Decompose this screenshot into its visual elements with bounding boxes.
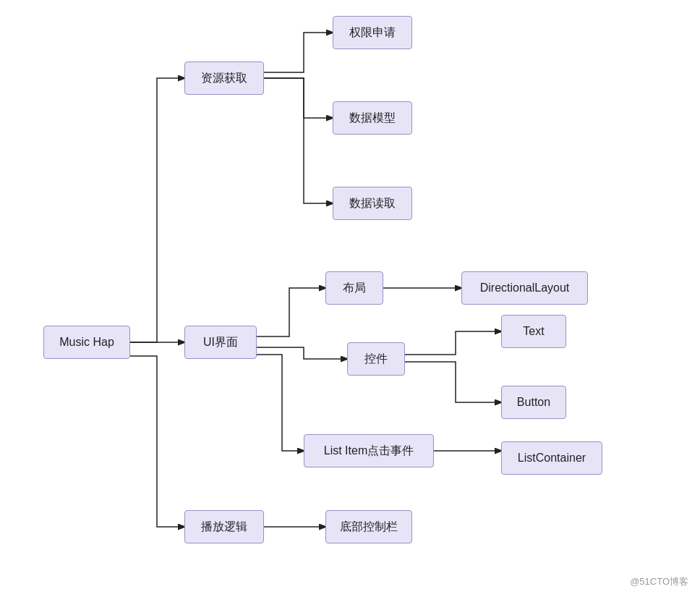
diagram-container: Music Hap 资源获取 权限申请 数据模型 数据读取 UI界面 布局 Di…	[0, 0, 700, 597]
node-button: Button	[501, 386, 566, 419]
node-list-item: List Item点击事件	[304, 434, 434, 467]
node-shu-ju-du: 数据读取	[333, 187, 412, 220]
node-shu-ju-mo: 数据模型	[333, 101, 412, 135]
node-di-bu: 底部控制栏	[325, 510, 412, 543]
node-ui-jie-mian: UI界面	[184, 326, 257, 359]
watermark: @51CTO博客	[630, 575, 688, 588]
node-list-container: ListContainer	[501, 441, 602, 475]
node-text: Text	[501, 315, 566, 348]
node-zi-yuan: 资源获取	[184, 62, 264, 95]
node-kong-jian: 控件	[347, 342, 405, 376]
node-bu-ju: 布局	[325, 271, 383, 305]
node-bo-fang: 播放逻辑	[184, 510, 264, 543]
node-music-hap: Music Hap	[43, 326, 130, 359]
node-quan-xian: 权限申请	[333, 16, 412, 49]
node-directional: DirectionalLayout	[461, 271, 588, 305]
